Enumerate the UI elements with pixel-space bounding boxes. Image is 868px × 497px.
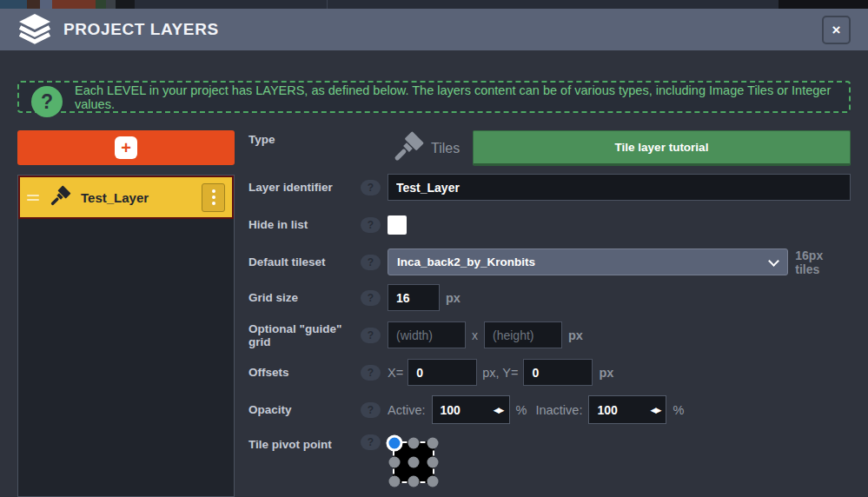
help-icon[interactable]: ? [361,402,381,418]
guide-grid-unit: px [568,328,583,342]
pivot-point-bottom-center[interactable] [408,476,420,487]
offset-y-input[interactable] [523,359,593,386]
pivot-point-middle-left[interactable] [389,457,401,468]
opacity-inactive-value: 100 [589,403,617,417]
opacity-active-input[interactable]: 100 ◀▶ [432,395,510,424]
question-glyph: ? [41,90,53,114]
guide-grid-height-input[interactable] [484,321,562,348]
layer-list: Test_Layer [17,175,235,497]
backdrop-tab [0,0,27,9]
opacity-inactive-input[interactable]: 100 ◀▶ [588,395,666,424]
offset-mid-text: px, Y= [482,366,518,380]
layer-settings-form: Type Tiles Tile layer tutorial Layer ide… [248,130,851,497]
layers-icon [17,12,52,47]
backdrop-bar [328,0,779,9]
type-row: Type Tiles Tile layer tutorial [248,130,851,166]
plus-glyph: + [121,138,131,158]
pivot-point-bottom-right[interactable] [427,476,439,487]
offsets-row: Offsets ? X= px, Y= px [248,359,851,386]
opacity-active-value: 100 [433,403,461,417]
opacity-label: Opacity [248,403,361,416]
help-icon[interactable]: ? [361,365,381,381]
help-icon[interactable]: ? [361,217,381,233]
opacity-row: Opacity ? Active: 100 ◀▶ % Inactive: 100… [248,395,851,424]
page-title: PROJECT LAYERS [63,20,822,39]
hide-in-list-checkbox[interactable] [388,215,407,235]
default-tileset-row: Default tileset ? Inca_back2_by_Kronbits… [248,248,851,275]
dialog-header: PROJECT LAYERS × [0,9,868,50]
add-layer-button[interactable]: + [17,130,235,165]
opacity-inactive-label: Inactive: [535,403,582,417]
identifier-label: Layer identifier [248,181,361,194]
info-banner-text: Each LEVEL in your project has LAYERS, a… [19,83,849,111]
grid-size-input[interactable] [388,284,440,311]
backdrop-tab [96,0,106,9]
pivot-point-top-right[interactable] [427,438,439,449]
guide-grid-width-input[interactable] [388,321,466,348]
guide-grid-separator: x [472,328,478,342]
plus-icon: + [115,136,137,159]
backdrop-tab [116,0,135,9]
default-tileset-select[interactable]: Inca_back2_by_Kronbits [388,248,788,275]
tileset-size-text: 16px tiles [795,248,851,276]
help-icon[interactable]: ? [361,255,381,270]
help-icon[interactable]: ? [361,328,381,343]
backdrop-tab [27,0,40,9]
backdrop-bar [135,0,327,9]
help-icon[interactable]: ? [361,180,381,195]
pivot-point-bottom-left[interactable] [389,476,401,487]
drag-handle-icon[interactable] [27,192,39,203]
grid-size-row: Grid size ? px [248,284,851,311]
layer-type-indicator: Tiles [388,130,473,166]
tile-layer-tutorial-button[interactable]: Tile layer tutorial [473,130,851,166]
help-icon[interactable]: ? [361,290,381,306]
hide-in-list-label: Hide in list [248,218,361,231]
info-banner: ? Each LEVEL in your project has LAYERS,… [17,81,851,113]
close-button[interactable]: × [822,16,851,44]
pivot-label: Tile pivot point [248,434,361,451]
opacity-active-unit: % [516,403,527,417]
stepper-arrows-icon[interactable]: ◀▶ [494,406,509,414]
chevron-down-icon [768,255,779,267]
close-icon: × [832,23,841,37]
pivot-point-center[interactable] [408,457,420,468]
pivot-point-top-center[interactable] [408,438,420,449]
layer-type-value: Tiles [431,141,460,156]
project-layers-window: PROJECT LAYERS × ? Each LEVEL in your pr… [0,0,868,497]
layer-identifier-input[interactable] [388,174,851,201]
offset-x-input[interactable] [407,359,477,386]
pivot-point-middle-right[interactable] [427,457,439,468]
grid-size-label: Grid size [248,291,361,304]
offset-x-prefix: X= [388,366,403,380]
layer-name: Test_Layer [81,190,202,205]
pivot-point-top-left[interactable] [387,435,403,452]
guide-grid-label: Optional "guide" grid [248,322,361,348]
type-label: Type [248,130,361,146]
default-tileset-label: Default tileset [248,255,361,268]
layers-sidebar: + Test_Layer [17,130,235,497]
help-icon[interactable]: ? [361,434,381,450]
opacity-inactive-unit: % [673,403,684,417]
opacity-active-label: Active: [388,403,426,417]
default-tileset-value: Inca_back2_by_Kronbits [397,255,535,268]
offsets-label: Offsets [248,366,361,379]
grid-size-unit: px [446,291,461,305]
backdrop-tab [52,0,96,9]
hide-in-list-row: Hide in list ? [248,215,851,235]
layer-context-menu-button[interactable] [202,183,225,212]
offsets-unit: px [599,366,613,380]
tile-pivot-widget [393,441,434,483]
identifier-row: Layer identifier ? [248,174,851,201]
backdrop-tab [40,0,52,9]
layer-list-item[interactable]: Test_Layer [18,176,234,219]
guide-grid-row: Optional "guide" grid ? x px [248,321,851,348]
backdrop-bar [779,0,868,9]
backdrop-tab [106,0,116,9]
stepper-arrows-icon[interactable]: ◀▶ [651,406,666,414]
pivot-row: Tile pivot point ? [248,434,851,483]
help-circle-icon: ? [31,86,63,117]
app-background-strip [0,0,868,9]
brush-icon [46,184,72,210]
tiles-brush-icon [388,129,426,168]
